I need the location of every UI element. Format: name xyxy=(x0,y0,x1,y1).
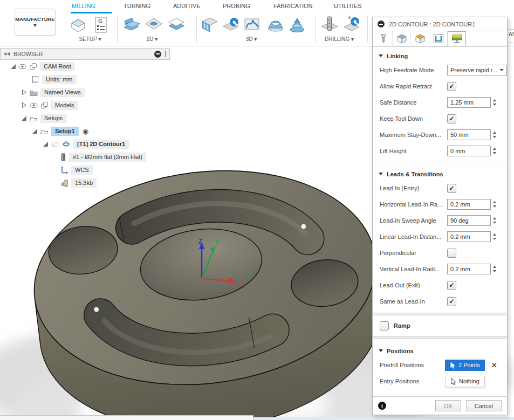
tree-row-setups[interactable]: Setups xyxy=(22,112,167,125)
tree-row-filesize[interactable]: 15.3kb xyxy=(60,176,167,189)
entry-positions-selection-button[interactable]: Nothing xyxy=(445,376,485,387)
tree-label[interactable]: Named Views xyxy=(40,88,85,97)
visibility-eye-icon[interactable] xyxy=(30,102,38,108)
group-label-2d[interactable]: 2D ▾ xyxy=(147,36,158,42)
maximum-stay-down-stepper[interactable] xyxy=(491,129,498,141)
safe-distance-input[interactable] xyxy=(447,97,491,108)
panel-drag-handle[interactable] xyxy=(165,51,166,57)
horizontal-lead-in-radius-stepper[interactable] xyxy=(491,198,498,210)
drill-wrench-icon[interactable] xyxy=(341,15,362,35)
lead-in-sweep-angle-input[interactable] xyxy=(447,215,491,226)
tab-probing[interactable]: PROBING xyxy=(223,3,250,9)
2d-adaptive-icon[interactable] xyxy=(121,15,141,35)
group-label-drilling[interactable]: DRILLING ▾ xyxy=(325,36,354,42)
tree-label[interactable]: #1 - Ø2mm flat (2mm Flat) xyxy=(69,153,146,162)
minimize-browser-icon[interactable] xyxy=(154,51,161,58)
tree-label[interactable]: Models xyxy=(51,101,78,110)
tree-row-models[interactable]: Models xyxy=(22,99,167,112)
maximum-stay-down-input[interactable] xyxy=(447,129,491,140)
tree-row-tool[interactable]: #1 - Ø2mm flat (2mm Flat) xyxy=(60,150,167,163)
minimize-dialog-icon[interactable] xyxy=(378,20,385,27)
2d-pocket-icon[interactable] xyxy=(143,15,164,35)
section-collapse-icon[interactable] xyxy=(379,173,383,175)
lead-in-sweep-angle-stepper[interactable] xyxy=(491,215,498,226)
group-label-3d[interactable]: 3D ▾ xyxy=(246,36,257,42)
3d-spiral-icon[interactable] xyxy=(287,15,307,35)
vertical-lead-in-radius-stepper[interactable] xyxy=(491,263,498,275)
section-positions[interactable]: Positions xyxy=(373,342,507,357)
lead-out-checkbox[interactable] xyxy=(447,281,456,290)
tab-turning[interactable]: TURNING xyxy=(124,3,150,9)
timeline-panel-edge[interactable] xyxy=(0,415,253,420)
dialog-tab-heights[interactable] xyxy=(411,31,429,46)
face-icon[interactable] xyxy=(166,15,187,35)
tree-row-wcs[interactable]: WCS xyxy=(60,163,167,176)
drill-icon[interactable] xyxy=(319,15,340,35)
section-collapse-icon[interactable] xyxy=(379,54,383,57)
tab-milling[interactable]: MILLING xyxy=(72,3,95,9)
tree-row-cam-root[interactable]: CAM Root xyxy=(11,60,167,73)
tree-label[interactable]: CAM Root xyxy=(40,62,75,71)
disclosure-expanded-icon[interactable] xyxy=(32,129,37,134)
3d-contour-icon[interactable] xyxy=(242,15,262,35)
info-icon[interactable]: i xyxy=(378,402,386,410)
lead-in-checkbox[interactable] xyxy=(447,184,456,193)
linear-lead-in-distance-stepper[interactable] xyxy=(491,231,498,243)
lift-height-input[interactable] xyxy=(447,146,491,156)
tree-row-named-views[interactable]: Named Views xyxy=(22,86,167,99)
dialog-tab-tool[interactable] xyxy=(374,31,393,46)
disclosure-expanded-icon[interactable] xyxy=(43,142,48,147)
dialog-tab-linking[interactable] xyxy=(448,31,466,46)
dialog-tab-geometry[interactable] xyxy=(393,31,411,46)
ramp-checkbox[interactable] xyxy=(380,321,389,331)
disclosure-collapsed-icon[interactable] xyxy=(22,89,27,95)
activate-setup-icon[interactable]: ◉ xyxy=(83,127,88,135)
post-process-icon[interactable]: G xyxy=(91,15,111,35)
workspace-switcher-button[interactable]: MANUFACTURE ▾ xyxy=(15,9,56,36)
visibility-eye-off-icon[interactable] xyxy=(51,141,59,147)
dialog-header[interactable]: 2D CONTOUR : 2D CONTOUR1 xyxy=(373,17,507,31)
browser-header[interactable]: BROWSER xyxy=(0,48,170,60)
lift-height-stepper[interactable] xyxy=(491,145,498,157)
high-feedrate-mode-select[interactable]: Preserve rapid r... xyxy=(447,65,507,75)
tab-fabrication[interactable]: FABRICATION xyxy=(273,3,313,9)
disclosure-expanded-icon[interactable] xyxy=(22,116,26,121)
clear-selection-icon[interactable]: ✕ xyxy=(491,361,497,369)
predrill-positions-selection-button[interactable]: 2 Points xyxy=(445,360,485,371)
3d-horizontal-icon[interactable] xyxy=(265,15,286,35)
tab-additive[interactable]: ADDITIVE xyxy=(173,3,201,9)
vertical-lead-in-radius-input[interactable] xyxy=(447,264,491,274)
ok-button[interactable]: OK xyxy=(435,400,461,411)
keep-tool-down-checkbox[interactable] xyxy=(447,114,456,123)
disclosure-expanded-icon[interactable] xyxy=(11,64,16,69)
tree-row-units[interactable]: Units: mm xyxy=(31,73,167,86)
section-ramp[interactable]: Ramp xyxy=(373,319,507,333)
same-as-lead-in-checkbox[interactable] xyxy=(447,297,456,306)
dialog-tab-passes[interactable] xyxy=(429,31,448,46)
linear-lead-in-distance-input[interactable] xyxy=(447,231,491,242)
3d-adaptive-icon[interactable] xyxy=(221,15,241,35)
tree-label[interactable]: [T1] 2D Contour1 xyxy=(73,140,129,149)
cancel-button[interactable]: Cancel xyxy=(466,400,502,411)
group-label-setup[interactable]: SETUP ▾ xyxy=(79,36,101,42)
section-leads-transitions[interactable]: Leads & Transitions xyxy=(373,165,507,180)
tree-label[interactable]: 15.3kb xyxy=(71,178,97,188)
new-setup-icon[interactable] xyxy=(68,15,88,35)
disclosure-collapsed-icon[interactable] xyxy=(22,102,27,108)
perpendicular-checkbox[interactable] xyxy=(447,249,456,258)
collapse-panel-icon[interactable] xyxy=(4,52,10,56)
section-collapse-icon[interactable] xyxy=(379,349,383,352)
tab-utilities[interactable]: UTILITIES xyxy=(334,3,361,9)
allow-rapid-retract-checkbox[interactable] xyxy=(447,82,456,91)
tree-row-setup1[interactable]: Setup1 ◉ xyxy=(32,125,167,137)
safe-distance-stepper[interactable] xyxy=(491,97,498,108)
3d-parallel-icon[interactable] xyxy=(200,15,220,35)
tree-label[interactable]: Units: mm xyxy=(42,75,77,84)
tree-label-selected[interactable]: Setup1 xyxy=(51,127,79,136)
tree-row-2d-contour1[interactable]: [T1] 2D Contour1 xyxy=(43,137,167,150)
horizontal-lead-in-radius-input[interactable] xyxy=(447,199,491,210)
tree-label[interactable]: Setups xyxy=(40,114,66,123)
tree-label[interactable]: WCS xyxy=(71,166,93,175)
section-linking[interactable]: Linking xyxy=(373,47,507,62)
visibility-eye-icon[interactable] xyxy=(18,64,26,70)
